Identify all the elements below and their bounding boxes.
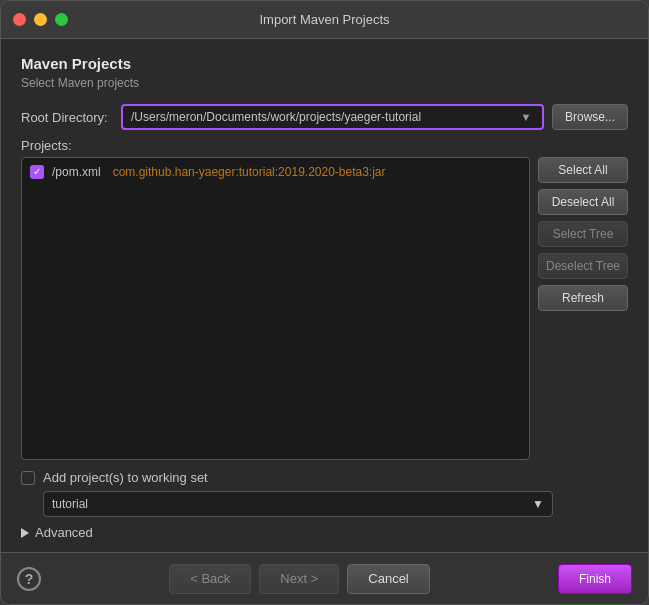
deselect-all-button[interactable]: Deselect All (538, 189, 628, 215)
working-set-checkbox[interactable] (21, 471, 35, 485)
refresh-button[interactable]: Refresh (538, 285, 628, 311)
section-subtitle: Select Maven projects (21, 76, 628, 90)
select-all-button[interactable]: Select All (538, 157, 628, 183)
project-checkbox[interactable]: ✓ (30, 165, 44, 179)
window-title: Import Maven Projects (259, 12, 389, 27)
project-file: /pom.xml (52, 165, 101, 179)
window-controls (13, 13, 68, 26)
import-maven-dialog: Import Maven Projects Maven Projects Sel… (0, 0, 649, 605)
working-set-dropdown-icon: ▼ (532, 497, 544, 511)
dropdown-arrow-icon: ▼ (518, 109, 534, 125)
root-directory-row: Root Directory: /Users/meron/Documents/w… (21, 104, 628, 130)
close-button[interactable] (13, 13, 26, 26)
side-buttons: Select All Deselect All Select Tree Dese… (538, 157, 628, 460)
working-set-value: tutorial (52, 497, 88, 511)
next-button[interactable]: Next > (259, 564, 339, 594)
working-set-select[interactable]: tutorial ▼ (43, 491, 553, 517)
root-directory-input[interactable]: /Users/meron/Documents/work/projects/yae… (121, 104, 544, 130)
browse-button[interactable]: Browse... (552, 104, 628, 130)
projects-area: ✓ /pom.xml com.github.han-yaeger:tutoria… (21, 157, 628, 460)
footer-left: ? (17, 567, 41, 591)
titlebar: Import Maven Projects (1, 1, 648, 39)
advanced-label: Advanced (35, 525, 93, 540)
table-row[interactable]: ✓ /pom.xml com.github.han-yaeger:tutoria… (22, 162, 529, 182)
section-title: Maven Projects (21, 55, 628, 72)
working-set-select-row: tutorial ▼ (43, 491, 628, 517)
working-set-row[interactable]: Add project(s) to working set (21, 470, 628, 485)
root-directory-value: /Users/meron/Documents/work/projects/yae… (131, 110, 421, 124)
advanced-row[interactable]: Advanced (21, 525, 628, 540)
working-set-label: Add project(s) to working set (43, 470, 208, 485)
deselect-tree-button[interactable]: Deselect Tree (538, 253, 628, 279)
minimize-button[interactable] (34, 13, 47, 26)
project-coords: com.github.han-yaeger:tutorial:2019.2020… (113, 165, 386, 179)
back-button[interactable]: < Back (169, 564, 251, 594)
projects-label: Projects: (21, 138, 628, 153)
cancel-button[interactable]: Cancel (347, 564, 429, 594)
check-icon: ✓ (33, 167, 41, 177)
select-tree-button[interactable]: Select Tree (538, 221, 628, 247)
root-directory-label: Root Directory: (21, 110, 121, 125)
footer: ? < Back Next > Cancel Finish (1, 552, 648, 604)
dialog-content: Maven Projects Select Maven projects Roo… (1, 39, 648, 552)
projects-list[interactable]: ✓ /pom.xml com.github.han-yaeger:tutoria… (21, 157, 530, 460)
finish-button[interactable]: Finish (558, 564, 632, 594)
footer-center: < Back Next > Cancel (49, 564, 550, 594)
help-button[interactable]: ? (17, 567, 41, 591)
maximize-button[interactable] (55, 13, 68, 26)
footer-right: Finish (558, 564, 632, 594)
advanced-expand-icon (21, 528, 29, 538)
